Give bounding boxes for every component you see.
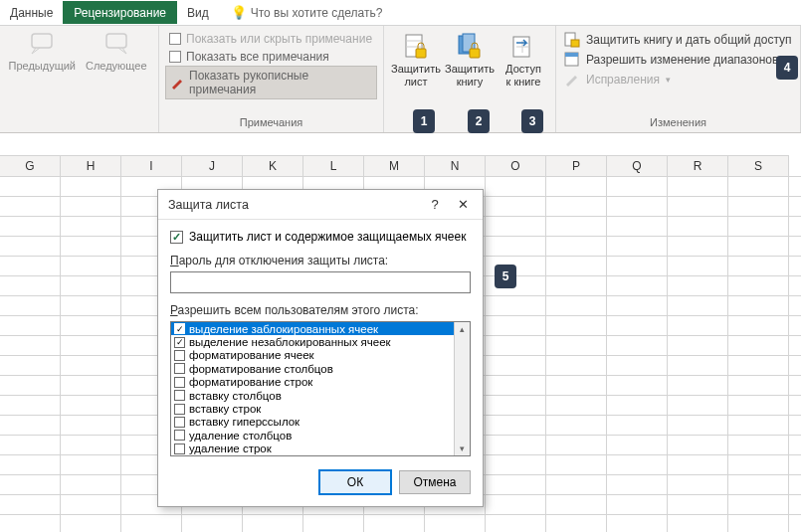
permission-item[interactable]: форматирование ячеек — [171, 349, 454, 362]
cell[interactable] — [728, 237, 789, 256]
grid-row[interactable] — [0, 515, 801, 532]
cell[interactable] — [0, 455, 61, 474]
cell[interactable] — [668, 237, 728, 256]
cell[interactable] — [728, 436, 789, 454]
next-comment-button[interactable]: Следующее — [81, 30, 153, 72]
cell[interactable] — [607, 197, 668, 216]
cell[interactable] — [607, 436, 668, 454]
cell[interactable] — [486, 217, 546, 236]
cell[interactable] — [486, 455, 546, 474]
cell[interactable] — [61, 217, 121, 236]
cell[interactable] — [0, 495, 61, 514]
cell[interactable] — [546, 177, 607, 196]
cell[interactable] — [546, 436, 607, 454]
ink-comments-button[interactable]: Показать рукописные примечания — [165, 66, 377, 99]
cell[interactable] — [303, 515, 364, 532]
cell[interactable] — [0, 217, 61, 236]
cell[interactable] — [668, 495, 728, 514]
cell[interactable] — [0, 475, 61, 494]
ok-button[interactable]: ОК — [319, 470, 391, 494]
col-header[interactable]: O — [486, 155, 546, 176]
cell[interactable] — [486, 296, 546, 315]
checkbox-icon[interactable]: ✓ — [174, 323, 185, 334]
cell[interactable] — [486, 475, 546, 494]
cell[interactable] — [546, 416, 607, 435]
cell[interactable] — [61, 356, 121, 375]
share-protect-button[interactable]: Защитить книгу и дать общий доступ — [562, 30, 794, 50]
cell[interactable] — [486, 356, 546, 375]
cell[interactable] — [486, 495, 546, 514]
cell[interactable] — [546, 197, 607, 216]
cell[interactable] — [668, 276, 728, 295]
cell[interactable] — [425, 515, 486, 532]
cell[interactable] — [668, 455, 728, 474]
tab-review[interactable]: Рецензирование — [63, 1, 177, 24]
scroll-down-icon[interactable]: ▾ — [460, 443, 465, 453]
share-book-button[interactable]: Доступ к книге — [498, 30, 549, 88]
tab-data[interactable]: Данные — [0, 2, 63, 24]
cell[interactable] — [668, 177, 728, 196]
allow-ranges-button[interactable]: Разрешить изменение диапазонов — [562, 50, 794, 70]
cell[interactable] — [61, 237, 121, 256]
cell[interactable] — [607, 356, 668, 375]
cell[interactable] — [0, 237, 61, 256]
permission-item[interactable]: вставку гиперссылок — [171, 416, 454, 429]
cell[interactable] — [607, 257, 668, 275]
cell[interactable] — [728, 296, 789, 315]
show-all-comments-button[interactable]: Показать все примечания — [165, 48, 377, 66]
cell[interactable] — [607, 296, 668, 315]
cell[interactable] — [607, 237, 668, 256]
cell[interactable] — [61, 455, 121, 474]
dialog-titlebar[interactable]: Защита листа ? ✕ — [158, 190, 483, 220]
cell[interactable] — [607, 396, 668, 415]
help-button[interactable]: ? — [421, 197, 449, 212]
cell[interactable] — [546, 495, 607, 514]
cell[interactable] — [0, 356, 61, 375]
cell[interactable] — [486, 396, 546, 415]
cell[interactable] — [668, 396, 728, 415]
cancel-button[interactable]: Отмена — [399, 470, 471, 494]
cell[interactable] — [486, 336, 546, 355]
cell[interactable] — [546, 455, 607, 474]
cell[interactable] — [486, 177, 546, 196]
col-header[interactable]: S — [728, 155, 789, 176]
permission-item[interactable]: удаление строк — [171, 443, 454, 455]
col-header[interactable]: M — [364, 155, 425, 176]
cell[interactable] — [61, 436, 121, 454]
cell[interactable] — [486, 197, 546, 216]
checkbox-icon[interactable] — [174, 363, 185, 374]
col-header[interactable]: P — [546, 155, 607, 176]
cell[interactable] — [486, 376, 546, 395]
checkbox-icon[interactable]: ✓ — [174, 337, 185, 348]
cell[interactable] — [546, 217, 607, 236]
cell[interactable] — [728, 416, 789, 435]
permission-item[interactable]: вставку столбцов — [171, 389, 454, 402]
col-header[interactable]: J — [182, 155, 243, 176]
cell[interactable] — [61, 177, 121, 196]
tab-view[interactable]: Вид — [177, 2, 219, 24]
cell[interactable] — [607, 416, 668, 435]
toggle-comment-button[interactable]: Показать или скрыть примечание — [165, 30, 377, 48]
cell[interactable] — [607, 316, 668, 335]
protect-sheet-button[interactable]: Защитить лист — [390, 30, 442, 88]
column-headers[interactable]: GHIJKLMNOPQRS — [0, 155, 801, 177]
cell[interactable] — [728, 177, 789, 196]
cell[interactable] — [728, 217, 789, 236]
cell[interactable] — [61, 276, 121, 295]
checkbox-icon[interactable] — [174, 417, 185, 428]
password-input[interactable] — [170, 271, 471, 293]
scrollbar[interactable]: ▴ ▾ — [454, 322, 470, 455]
cell[interactable] — [0, 257, 61, 275]
cell[interactable] — [546, 396, 607, 415]
col-header[interactable]: K — [243, 155, 303, 176]
checkbox-icon[interactable] — [174, 350, 185, 361]
cell[interactable] — [486, 416, 546, 435]
cell[interactable] — [61, 316, 121, 335]
cell[interactable] — [668, 197, 728, 216]
cell[interactable] — [668, 376, 728, 395]
protect-contents-checkbox[interactable]: ✓ Защитить лист и содержимое защищаемых … — [170, 230, 471, 244]
col-header[interactable]: H — [61, 155, 121, 176]
cell[interactable] — [61, 475, 121, 494]
cell[interactable] — [668, 296, 728, 315]
cell[interactable] — [607, 495, 668, 514]
